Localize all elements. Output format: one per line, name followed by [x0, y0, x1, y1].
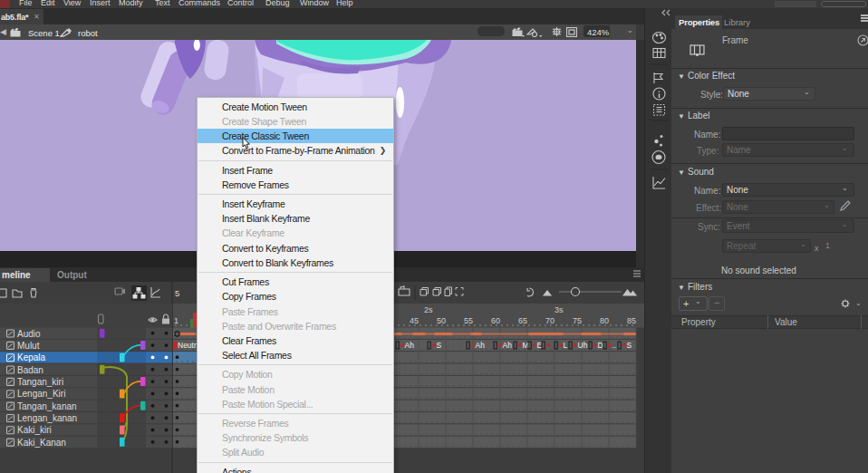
svg-text:Kaki_Kanan: Kaki_Kanan [17, 438, 66, 448]
svg-text:D: D [598, 341, 603, 350]
svg-text:Tangan_kiri: Tangan_kiri [17, 377, 63, 387]
svg-text:Kepala: Kepala [17, 352, 46, 362]
svg-text:50: 50 [437, 316, 446, 325]
svg-text:Kaki_kiri: Kaki_kiri [17, 425, 52, 435]
svg-text:65: 65 [518, 316, 527, 325]
svg-text:55: 55 [464, 316, 473, 325]
svg-text:5: 5 [175, 288, 179, 298]
svg-text:Output: Output [57, 270, 87, 280]
svg-text:2s: 2s [424, 305, 433, 314]
svg-text:Ah: Ah [405, 341, 415, 350]
svg-text:Mulut: Mulut [17, 341, 40, 351]
svg-text:Lengan_kanan: Lengan_kanan [17, 413, 77, 423]
svg-text:1: 1 [174, 316, 178, 325]
svg-text:80: 80 [600, 316, 609, 325]
svg-text:3s: 3s [555, 305, 564, 314]
svg-text:..: .. [612, 341, 617, 350]
svg-text:85: 85 [627, 316, 636, 325]
svg-text:Lengan_Kiri: Lengan_Kiri [17, 389, 65, 399]
svg-text:S: S [627, 341, 632, 350]
svg-text:Ah: Ah [503, 341, 513, 350]
svg-text:S: S [437, 341, 442, 350]
svg-text:Badan: Badan [17, 365, 43, 375]
svg-text:Neutr: Neutr [178, 341, 197, 350]
svg-text:Audio: Audio [17, 329, 41, 339]
svg-text:Tangan_kanan: Tangan_kanan [17, 401, 77, 411]
svg-text:60: 60 [491, 316, 500, 325]
svg-text:meline: meline [2, 270, 31, 280]
svg-text:Ah: Ah [476, 341, 486, 350]
svg-text:70: 70 [545, 316, 555, 325]
svg-text:45: 45 [410, 316, 419, 325]
svg-text:Uh: Uh [578, 341, 588, 350]
svg-text:L: L [564, 341, 568, 350]
svg-text:75: 75 [573, 316, 582, 325]
